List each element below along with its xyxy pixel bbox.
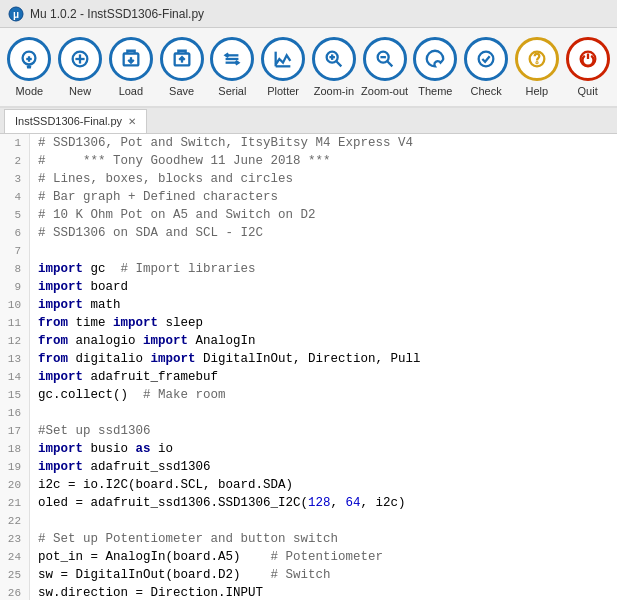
tab-bar: InstSSD1306-Final.py ✕ (0, 108, 617, 134)
table-row: 1# SSD1306, Pot and Switch, ItsyBitsy M4… (0, 134, 617, 152)
help-icon (515, 37, 559, 81)
line-code: # Bar graph + Defined characters (30, 188, 278, 206)
table-row: 14import adafruit_framebuf (0, 368, 617, 386)
theme-button[interactable]: Theme (410, 37, 460, 97)
table-row: 26sw.direction = Direction.INPUT (0, 584, 617, 600)
line-code: sw.direction = Direction.INPUT (30, 584, 263, 600)
table-row: 12from analogio import AnalogIn (0, 332, 617, 350)
line-number: 6 (0, 224, 30, 242)
tab-close-icon[interactable]: ✕ (128, 116, 136, 127)
line-code: # 10 K Ohm Pot on A5 and Switch on D2 (30, 206, 316, 224)
load-icon (109, 37, 153, 81)
line-number: 13 (0, 350, 30, 368)
check-label: Check (471, 85, 502, 97)
title-bar: μ Mu 1.0.2 - InstSSD1306-Final.py (0, 0, 617, 28)
line-number: 14 (0, 368, 30, 386)
line-code: # *** Tony Goodhew 11 June 2018 *** (30, 152, 331, 170)
line-code: # Set up Potentiometer and button switch (30, 530, 338, 548)
code-editor[interactable]: 1# SSD1306, Pot and Switch, ItsyBitsy M4… (0, 134, 617, 600)
quit-label: Quit (578, 85, 598, 97)
table-row: 24pot_in = AnalogIn(board.A5) # Potentio… (0, 548, 617, 566)
line-number: 21 (0, 494, 30, 512)
svg-point-22 (536, 62, 537, 63)
check-icon (464, 37, 508, 81)
tab-filename: InstSSD1306-Final.py (15, 115, 122, 127)
toolbar: Mode New Load (0, 28, 617, 108)
line-code: import adafruit_ssd1306 (30, 458, 211, 476)
check-button[interactable]: Check (461, 37, 511, 97)
svg-text:μ: μ (13, 9, 19, 20)
line-code: import busio as io (30, 440, 173, 458)
line-number: 25 (0, 566, 30, 584)
save-button[interactable]: Save (157, 37, 207, 97)
new-label: New (69, 85, 91, 97)
load-button[interactable]: Load (106, 37, 156, 97)
app-icon: μ (8, 6, 24, 22)
line-code: # Lines, boxes, blocks and circles (30, 170, 293, 188)
line-number: 11 (0, 314, 30, 332)
plotter-icon (261, 37, 305, 81)
svg-line-14 (336, 61, 341, 66)
line-number: 10 (0, 296, 30, 314)
file-tab[interactable]: InstSSD1306-Final.py ✕ (4, 109, 147, 133)
line-code: import board (30, 278, 128, 296)
line-number: 12 (0, 332, 30, 350)
line-number: 2 (0, 152, 30, 170)
line-number: 24 (0, 548, 30, 566)
line-code: sw = DigitalInOut(board.D2) # Switch (30, 566, 331, 584)
line-code (30, 512, 46, 530)
line-code: # SSD1306, Pot and Switch, ItsyBitsy M4 … (30, 134, 413, 152)
line-number: 7 (0, 242, 30, 260)
line-number: 3 (0, 170, 30, 188)
table-row: 17#Set up ssd1306 (0, 422, 617, 440)
table-row: 20i2c = io.I2C(board.SCL, board.SDA) (0, 476, 617, 494)
zoom-in-icon (312, 37, 356, 81)
table-row: 4# Bar graph + Defined characters (0, 188, 617, 206)
new-icon (58, 37, 102, 81)
line-code: import math (30, 296, 121, 314)
svg-line-18 (387, 61, 392, 66)
table-row: 25sw = DigitalInOut(board.D2) # Switch (0, 566, 617, 584)
help-button[interactable]: Help (512, 37, 562, 97)
theme-icon (413, 37, 457, 81)
zoom-out-button[interactable]: Zoom-out (360, 37, 410, 97)
table-row: 7 (0, 242, 617, 260)
line-code: # SSD1306 on SDA and SCL - I2C (30, 224, 263, 242)
table-row: 11from time import sleep (0, 314, 617, 332)
table-row: 3# Lines, boxes, blocks and circles (0, 170, 617, 188)
save-icon (160, 37, 204, 81)
mode-button[interactable]: Mode (4, 37, 54, 97)
mode-label: Mode (16, 85, 44, 97)
line-code: import adafruit_framebuf (30, 368, 218, 386)
serial-label: Serial (218, 85, 246, 97)
line-code (30, 242, 46, 260)
mode-icon (7, 37, 51, 81)
serial-icon (210, 37, 254, 81)
line-number: 18 (0, 440, 30, 458)
table-row: 5# 10 K Ohm Pot on A5 and Switch on D2 (0, 206, 617, 224)
table-row: 15gc.collect() # Make room (0, 386, 617, 404)
line-number: 1 (0, 134, 30, 152)
line-code: import gc # Import libraries (30, 260, 256, 278)
line-code: from time import sleep (30, 314, 203, 332)
serial-button[interactable]: Serial (207, 37, 257, 97)
zoom-in-button[interactable]: Zoom-in (309, 37, 359, 97)
new-button[interactable]: New (55, 37, 105, 97)
table-row: 2# *** Tony Goodhew 11 June 2018 *** (0, 152, 617, 170)
line-number: 16 (0, 404, 30, 422)
line-number: 26 (0, 584, 30, 600)
quit-icon (566, 37, 610, 81)
table-row: 9import board (0, 278, 617, 296)
line-number: 22 (0, 512, 30, 530)
table-row: 8import gc # Import libraries (0, 260, 617, 278)
table-row: 22 (0, 512, 617, 530)
line-number: 23 (0, 530, 30, 548)
plotter-button[interactable]: Plotter (258, 37, 308, 97)
table-row: 13from digitalio import DigitalInOut, Di… (0, 350, 617, 368)
quit-button[interactable]: Quit (563, 37, 613, 97)
line-code: gc.collect() # Make room (30, 386, 226, 404)
zoom-in-label: Zoom-in (314, 85, 354, 97)
table-row: 23# Set up Potentiometer and button swit… (0, 530, 617, 548)
table-row: 16 (0, 404, 617, 422)
line-code: from digitalio import DigitalInOut, Dire… (30, 350, 421, 368)
